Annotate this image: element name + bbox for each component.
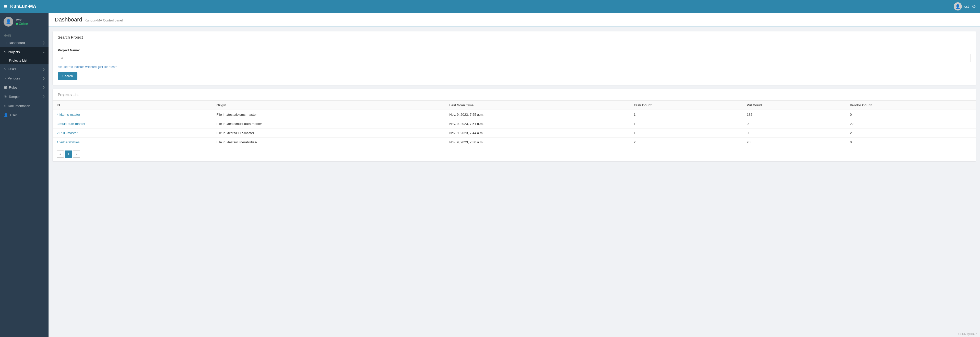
table-head: ID Origin Last Scan Time Task Count Vul … (52, 101, 976, 110)
sidebar-item-dashboard-left: ⊞ Dashboard (3, 41, 25, 45)
chevron-right-icon: ❯ (43, 41, 45, 45)
cell-task-3: 2 (630, 138, 743, 147)
project-link-1[interactable]: 3 multi-auth-master (57, 122, 85, 126)
cell-origin-1: File in ./tests/multi-auth-master (213, 119, 445, 129)
page-header: Dashboard KunLun-MA Control panel (49, 13, 980, 27)
hint-text: ps: use * to indicate wildcard, just lik… (58, 65, 971, 69)
navbar-right: 👤 test ⚙ (954, 2, 976, 11)
projects-table: ID Origin Last Scan Time Task Count Vul … (52, 101, 976, 147)
cell-vul-1: 0 (743, 119, 846, 129)
cell-vendor-0: 0 (846, 110, 976, 119)
sidebar-item-dashboard[interactable]: ⊞ Dashboard ❯ (0, 38, 49, 47)
sidebar-item-tamper-label: Tamper (9, 95, 20, 99)
navbar-username: test (963, 5, 969, 8)
sidebar-item-tamper-left: ◎ Tamper (3, 95, 20, 99)
col-id: ID (52, 101, 213, 110)
col-vul-count: Vul Count (743, 101, 846, 110)
pagination-page-1[interactable]: 1 (65, 151, 72, 157)
project-link-0[interactable]: 4 kkcms-master (57, 113, 80, 116)
cell-scan-2: Nov. 9, 2023, 7:44 a.m. (445, 129, 630, 138)
project-link-2[interactable]: 2 PHP-master (57, 131, 78, 135)
col-task-count: Task Count (630, 101, 743, 110)
hint-suffix: . (117, 65, 118, 69)
sidebar-item-vendors-left: ○ Vendors (3, 76, 20, 80)
dashboard-icon: ⊞ (3, 41, 6, 45)
sidebar-item-tasks-left: ○ Tasks (3, 67, 16, 71)
input-computer-icon: 🖥 (60, 56, 64, 60)
chevron-right-icon-tasks: ❯ (43, 67, 45, 71)
chevron-right-icon-rules: ❯ (43, 86, 45, 89)
sidebar-section-label: MAIN (0, 31, 49, 38)
chevron-down-icon: ⌄ (43, 50, 45, 54)
sidebar-item-projects[interactable]: ○ Projects ⌄ (0, 47, 49, 56)
sidebar-status: Online (16, 22, 28, 25)
sidebar-user-section: 👤 test Online (0, 13, 49, 31)
settings-button[interactable]: ⚙ (972, 3, 976, 9)
search-card: Search Project Project Name: 🖥 ps: use *… (52, 32, 976, 85)
cell-vendor-1: 22 (846, 119, 976, 129)
table-row: 1 vulnerabilities File in ./tests/vulner… (52, 138, 976, 147)
col-origin: Origin (213, 101, 445, 110)
table-body: 4 kkcms-master File in ./tests/kkcms-mas… (52, 110, 976, 147)
cell-origin-2: File in ./tests/PHP-master (213, 129, 445, 138)
project-name-label: Project Name: (58, 48, 971, 52)
table-row: 4 kkcms-master File in ./tests/kkcms-mas… (52, 110, 976, 119)
documentation-icon: ○ (3, 104, 6, 108)
page-title: Dashboard (55, 16, 82, 23)
cell-vul-2: 0 (743, 129, 846, 138)
sidebar-item-tamper[interactable]: ◎ Tamper ❯ (0, 92, 49, 101)
cell-scan-3: Nov. 9, 2023, 7:30 a.m. (445, 138, 630, 147)
hamburger-button[interactable]: ≡ (4, 3, 7, 10)
tamper-icon: ◎ (3, 95, 6, 99)
pagination-next[interactable]: » (73, 151, 80, 157)
page-subtitle: KunLun-MA Control panel (85, 18, 123, 22)
sidebar-item-documentation[interactable]: ○ Documentation (0, 101, 49, 110)
sidebar-item-user-left: 👤 User (3, 113, 17, 117)
projects-icon: ○ (3, 50, 6, 54)
sidebar-avatar: 👤 (3, 17, 13, 27)
tasks-icon: ○ (3, 67, 6, 71)
project-link-3[interactable]: 1 vulnerabilities (57, 140, 80, 144)
chevron-right-icon-tamper: ❯ (43, 95, 45, 99)
hint-prefix: ps: use * to indicate wildcard, just lik… (58, 65, 109, 69)
sidebar-item-rules-label: Rules (9, 86, 18, 89)
cell-scan-0: Nov. 9, 2023, 7:55 a.m. (445, 110, 630, 119)
sidebar-item-vendors[interactable]: ○ Vendors ❯ (0, 73, 49, 83)
cell-vul-0: 182 (743, 110, 846, 119)
gear-icon: ⚙ (972, 4, 976, 9)
rules-icon: ▣ (3, 85, 7, 89)
pagination: « 1 » (52, 147, 976, 161)
col-vendor-count: Vendor Count (846, 101, 976, 110)
sidebar-item-tasks[interactable]: ○ Tasks ❯ (0, 64, 49, 73)
avatar: 👤 (954, 2, 962, 11)
sidebar-username: test (16, 18, 28, 22)
brand-text: KunLun-MA (10, 4, 36, 9)
project-name-input-wrapper: 🖥 (58, 54, 971, 62)
sidebar-item-projects-list[interactable]: Projects List (0, 56, 49, 64)
sidebar-item-rules[interactable]: ▣ Rules ❯ (0, 83, 49, 92)
cell-vul-3: 20 (743, 138, 846, 147)
cell-task-2: 1 (630, 129, 743, 138)
search-card-header: Search Project (52, 32, 976, 43)
table-row: 3 multi-auth-master File in ./tests/mult… (52, 119, 976, 129)
project-name-input[interactable] (65, 55, 969, 61)
vendors-icon: ○ (3, 76, 6, 80)
hint-highlight: *test* (109, 65, 117, 69)
main-content: Dashboard KunLun-MA Control panel Search… (49, 13, 980, 337)
pagination-prev[interactable]: « (57, 151, 64, 157)
sidebar-user-info: test Online (16, 18, 28, 25)
cell-vendor-2: 2 (846, 129, 976, 138)
navbar-user: 👤 test (954, 2, 969, 11)
cell-task-1: 1 (630, 119, 743, 129)
cell-id-3: 1 vulnerabilities (52, 138, 213, 147)
sidebar-item-documentation-label: Documentation (8, 104, 30, 108)
sidebar-item-user[interactable]: 👤 User (0, 110, 49, 119)
sidebar: 👤 test Online MAIN ⊞ Dashboard ❯ ○ Proje… (0, 13, 49, 337)
search-button[interactable]: Search (58, 72, 77, 80)
col-last-scan: Last Scan Time (445, 101, 630, 110)
cell-id-2: 2 PHP-master (52, 129, 213, 138)
cell-origin-3: File in ./tests/vulnerabilities/ (213, 138, 445, 147)
search-card-body: Project Name: 🖥 ps: use * to indicate wi… (52, 43, 976, 85)
cell-scan-1: Nov. 9, 2023, 7:51 a.m. (445, 119, 630, 129)
user-icon: 👤 (3, 113, 8, 117)
